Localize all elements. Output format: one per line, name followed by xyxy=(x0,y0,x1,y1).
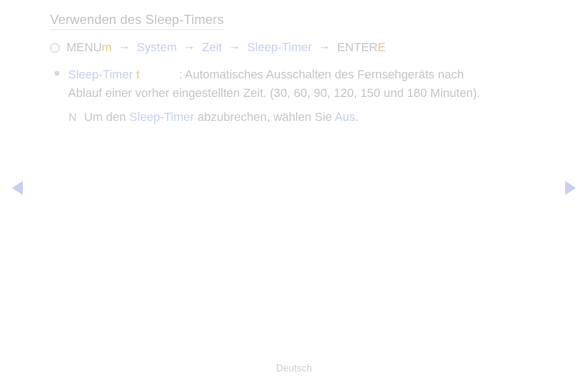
arrow-icon: → xyxy=(225,40,244,54)
note-key-2: Aus xyxy=(335,110,356,124)
footer-language: Deutsch xyxy=(0,363,588,374)
note-text-1: Um den xyxy=(84,110,129,124)
path-sleep-timer: Sleep-Timer xyxy=(247,40,312,54)
path-zeit: Zeit xyxy=(202,40,222,54)
enter-label: ENTER xyxy=(337,40,378,54)
menu-icon xyxy=(50,43,60,53)
note-marker: N xyxy=(69,111,76,124)
feature-desc-line1: : Automatisches Ausschalten des Fernsehg… xyxy=(179,68,464,81)
feature-label-suffix: t xyxy=(136,68,139,81)
menu-suffix: m xyxy=(102,40,112,54)
bullet-icon xyxy=(54,71,59,76)
note-text-3: . xyxy=(356,110,359,124)
menu-label: MENU xyxy=(66,40,102,54)
prev-page-button[interactable] xyxy=(12,181,23,195)
arrow-icon: → xyxy=(315,40,334,54)
feature-desc-line2: Ablauf einer vorher eingestellten Zeit. … xyxy=(68,86,480,100)
note-text-2: abzubrechen, wählen Sie xyxy=(194,110,335,124)
path-system: System xyxy=(137,40,176,54)
enter-suffix: E xyxy=(378,40,386,54)
feature-item: Sleep-Timer t : Automatisches Ausschalte… xyxy=(54,65,538,102)
page-title: Verwenden des Sleep-Timers xyxy=(50,12,224,30)
arrow-icon: → xyxy=(115,40,133,54)
feature-label: Sleep-Timer xyxy=(68,68,133,81)
arrow-icon: → xyxy=(180,40,199,54)
menu-path: MENUm → System → Zeit → Sleep-Timer → EN… xyxy=(50,40,538,56)
next-page-button[interactable] xyxy=(565,181,576,195)
note-key-1: Sleep-Timer xyxy=(130,110,194,124)
note: N Um den Sleep-Timer abzubrechen, wählen… xyxy=(69,110,538,124)
